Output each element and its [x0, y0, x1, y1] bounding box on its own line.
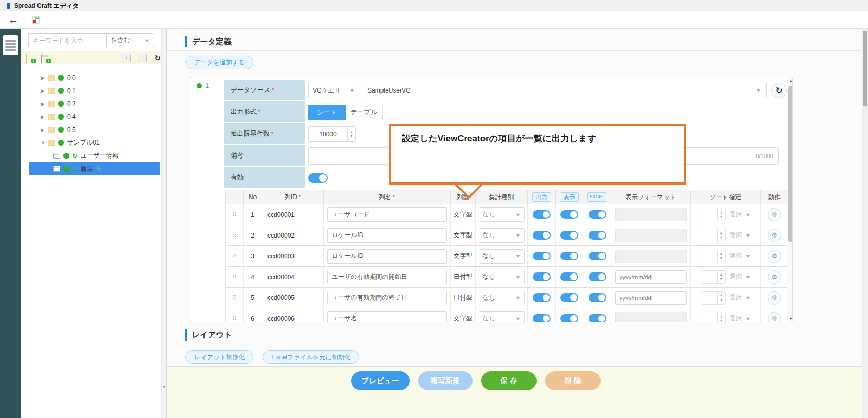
display-toggle[interactable] [560, 314, 578, 322]
spinner-icons[interactable]: ▲▼ [717, 229, 725, 242]
excel-toggle[interactable] [589, 210, 606, 219]
aggregate-select[interactable]: なし▼ [479, 270, 525, 284]
output-sheet-button[interactable]: シート [308, 104, 346, 120]
scroll-down-icon[interactable]: ▼ [162, 385, 167, 389]
col-name-input[interactable] [327, 249, 447, 264]
excel-toggle[interactable] [589, 314, 606, 322]
delete-button[interactable]: 削 除 [545, 371, 601, 390]
drag-handle-icon[interactable]: ⠿ [232, 294, 236, 301]
row-action-button[interactable]: ⚙ [768, 229, 781, 242]
caret-right-icon[interactable]: ▶ [41, 114, 45, 120]
tree-item[interactable]: ▶ 0 1 [29, 84, 160, 97]
excel-header-chip[interactable]: EXCEL [587, 192, 608, 202]
layout-init-button[interactable]: レイアウト初期化 [185, 350, 253, 364]
sort-order-stepper[interactable]: ▲▼ [701, 229, 726, 242]
enabled-toggle[interactable] [308, 173, 328, 183]
drag-handle-icon[interactable]: ⠿ [232, 315, 236, 322]
col-name-input[interactable] [327, 228, 447, 243]
output-toggle[interactable] [533, 231, 551, 240]
add-sheet-icon[interactable]: + [41, 55, 49, 61]
excel-init-button[interactable]: Excelファイルを元に初期化 [263, 350, 359, 364]
drag-handle-icon[interactable]: ⠿ [232, 211, 236, 218]
output-toggle[interactable] [533, 210, 551, 219]
display-toggle[interactable] [560, 293, 578, 302]
sort-select[interactable]: 選択 [730, 231, 742, 240]
card-scrollbar[interactable]: ▲ ▼ [787, 77, 793, 322]
scroll-thumb[interactable] [863, 31, 867, 106]
expand-all-button[interactable]: + [122, 54, 131, 62]
tree-refresh-icon[interactable]: ↻ [154, 54, 161, 62]
drag-handle-icon[interactable]: ⠿ [232, 232, 236, 239]
tree-item[interactable]: ▶ 0 0 [29, 71, 160, 84]
caret-right-icon[interactable]: ▶ [41, 127, 45, 133]
col-name-input[interactable] [327, 291, 447, 305]
sort-order-stepper[interactable]: ▲▼ [701, 208, 726, 221]
spinner-icons[interactable]: ▲▼ [717, 271, 725, 283]
sort-order-stepper[interactable]: ▲▼ [701, 312, 726, 323]
spinner-icons[interactable]: ▲▼ [717, 250, 725, 263]
scroll-down-icon[interactable]: ▼ [789, 317, 793, 320]
window-scrollbar[interactable] [862, 29, 868, 418]
display-toggle[interactable] [560, 252, 578, 260]
display-toggle[interactable] [560, 210, 578, 219]
aggregate-select[interactable]: なし▼ [479, 207, 525, 222]
sort-select[interactable]: 選択 [730, 252, 742, 260]
data-tab-1[interactable]: 1 [190, 77, 224, 94]
display-toggle[interactable] [560, 231, 578, 240]
sort-select[interactable]: 選択 [730, 272, 742, 281]
aggregate-select[interactable]: なし▼ [479, 291, 525, 305]
output-toggle[interactable] [533, 293, 551, 302]
sidebar-scrollbar[interactable]: ▼ [161, 29, 166, 418]
datasource-combobox[interactable]: SampleUserVC ▼ [362, 83, 767, 98]
excel-toggle[interactable] [589, 252, 606, 260]
limit-stepper[interactable]: 10000 ▲▼ [308, 126, 356, 142]
preview-button[interactable]: プレビュー [351, 371, 410, 390]
spinner-icons[interactable]: ▲▼ [717, 208, 725, 221]
output-toggle[interactable] [533, 252, 551, 260]
output-table-button[interactable]: テーブル [346, 104, 383, 120]
search-filter-select[interactable]: を含む ▼ [106, 33, 154, 47]
display-header-chip[interactable]: 表示 [560, 192, 579, 202]
spinner-icons[interactable]: ▲▼ [717, 312, 725, 323]
back-icon[interactable]: ← [8, 15, 18, 25]
caret-right-icon[interactable]: ▶ [41, 75, 45, 81]
tree-item[interactable]: ▶ 0 4 [29, 110, 160, 123]
sort-order-stepper[interactable]: ▲▼ [701, 291, 726, 305]
menu-icon[interactable] [3, 35, 18, 55]
row-action-button[interactable]: ⚙ [768, 250, 781, 263]
output-toggle[interactable] [533, 272, 551, 281]
col-name-input[interactable] [327, 311, 447, 323]
caret-right-icon[interactable]: ▶ [41, 88, 45, 94]
spinner-icons[interactable]: ▲▼ [347, 127, 355, 141]
sort-order-stepper[interactable]: ▲▼ [701, 270, 726, 284]
col-name-input[interactable] [327, 207, 447, 222]
search-input[interactable] [28, 33, 106, 47]
datasource-refresh-button[interactable]: ↻ [771, 83, 787, 98]
display-toggle[interactable] [560, 272, 578, 281]
tree-item[interactable]: ▼ サンプル01 [29, 136, 160, 149]
aggregate-select[interactable]: なし▼ [479, 311, 525, 323]
scroll-thumb[interactable] [788, 86, 793, 242]
save-button[interactable]: 保 存 [481, 371, 537, 390]
drag-handle-icon[interactable]: ⠿ [232, 273, 236, 280]
col-name-input[interactable] [327, 270, 447, 284]
sort-select[interactable]: 選択 [730, 314, 742, 322]
row-action-button[interactable]: ⚙ [768, 270, 781, 284]
aggregate-select[interactable]: なし▼ [479, 249, 525, 264]
add-data-button[interactable]: データを追加する [185, 56, 253, 69]
caret-right-icon[interactable]: ▶ [41, 101, 45, 107]
collapse-all-button[interactable]: − [138, 54, 147, 62]
scroll-up-icon[interactable]: ▲ [789, 79, 793, 83]
excel-toggle[interactable] [589, 293, 606, 302]
datasource-type-select[interactable]: VCクエリ ▼ [308, 83, 359, 98]
row-action-button[interactable]: ⚙ [768, 291, 781, 305]
excel-file-icon[interactable] [32, 16, 40, 24]
copy-new-button[interactable]: 複写新規 [418, 371, 473, 390]
sort-select[interactable]: 選択 [730, 293, 742, 302]
sort-order-stepper[interactable]: ▲▼ [701, 250, 726, 263]
row-action-button[interactable]: ⚙ [768, 312, 781, 323]
tree-item[interactable]: ▶ 0 2 [29, 97, 160, 110]
format-input[interactable] [615, 270, 687, 284]
add-folder-icon[interactable]: + [26, 55, 34, 61]
sort-select[interactable]: 選択 [730, 210, 742, 219]
